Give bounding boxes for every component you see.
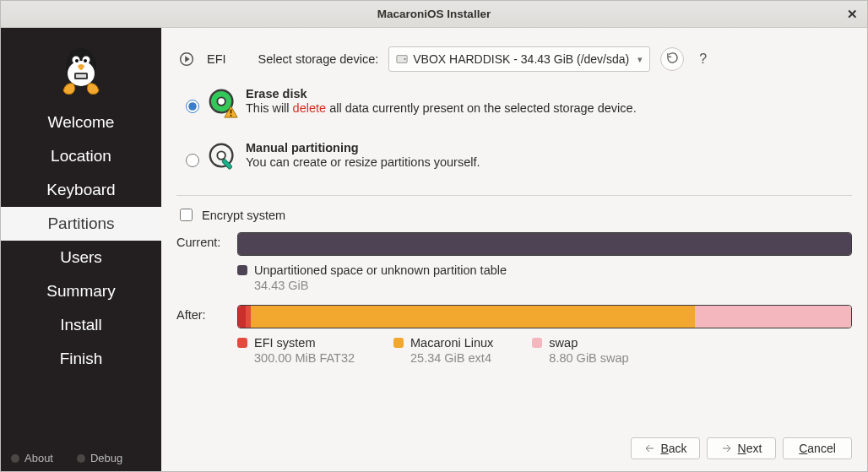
cancel-button[interactable]: Cancel [783,437,852,459]
sidebar-footer: About Debug [1,445,161,471]
sidebar-item-users[interactable]: Users [1,241,161,274]
help-button[interactable]: ? [694,52,712,67]
erase-desc: This will delete all data currently pres… [246,100,852,117]
current-legend: Unpartitioned space or unknown partition… [237,263,852,293]
titlebar: MacaroniOS Installer ✕ [1,1,867,28]
chevron-down-icon: ▾ [634,54,644,65]
sidebar-item-partitions[interactable]: Partitions [1,207,161,241]
partition-preview: Current: Unpartitioned space or unknown … [176,232,852,375]
storage-device-select[interactable]: VBOX HARDDISK - 34.43 GiB (/dev/sda) ▾ [388,46,650,72]
swatch-icon [237,338,247,348]
harddisk-icon [396,53,408,65]
manual-desc: You can create or resize partitions your… [246,155,852,171]
svg-point-13 [217,97,225,106]
sidebar-item-location[interactable]: Location [1,139,161,173]
svg-point-18 [217,151,225,160]
boot-settings-icon[interactable] [176,49,197,69]
swatch-icon [237,265,247,275]
manual-title: Manual partitioning [246,141,852,155]
legend-item: EFI system 300.00 MiB FAT32 [237,335,355,366]
svg-marker-9 [185,56,190,62]
swatch-icon [393,338,404,348]
distro-logo [52,38,111,100]
back-button[interactable]: Back [631,437,700,459]
svg-point-11 [404,58,406,60]
refresh-button[interactable] [660,47,684,71]
svg-point-5 [84,59,87,62]
manual-partition-icon [207,141,246,176]
dot-icon [77,454,85,463]
separator [176,195,852,196]
erase-title: Erase disk [246,87,852,100]
body: Welcome Location Keyboard Partitions Use… [1,28,867,471]
current-label: Current: [176,232,232,256]
debug-link[interactable]: Debug [77,452,122,464]
arrow-left-icon [643,443,655,453]
close-icon: ✕ [847,7,858,22]
sidebar-item-welcome[interactable]: Welcome [1,106,161,139]
legend-item: swap 8.80 GiB swap [532,335,628,366]
svg-rect-7 [76,74,86,78]
after-label: After: [176,305,232,328]
option-manual-partition[interactable]: Manual partitioning You can create or re… [176,141,852,176]
device-text: VBOX HARDDISK - 34.43 GiB (/dev/sda) [413,52,629,66]
svg-point-4 [75,59,79,62]
arrow-right-icon [721,443,733,453]
swatch-icon [532,338,542,348]
window: MacaroniOS Installer ✕ [0,0,868,472]
svg-rect-15 [231,110,232,114]
encrypt-checkbox[interactable] [180,209,193,221]
partitioning-options: Erase disk This will delete all data cur… [176,87,852,176]
wizard-buttons: Back Next Cancel [176,429,852,459]
main: EFI Select storage device: VBOX HARDDISK… [161,28,867,471]
legend-item: Macaroni Linux 25.34 GiB ext4 [393,335,493,366]
svg-rect-16 [231,115,232,117]
about-link[interactable]: About [11,452,53,464]
topbar: EFI Select storage device: VBOX HARDDISK… [176,46,852,72]
sidebar-item-finish[interactable]: Finish [1,342,161,376]
after-legend: EFI system 300.00 MiB FAT32 Macaroni Lin… [237,335,852,366]
refresh-icon [666,52,679,67]
manual-partition-radio[interactable] [186,154,199,167]
after-seg-root [251,306,695,328]
erase-disk-icon [207,87,246,122]
after-bar [237,305,852,328]
sidebar-item-keyboard[interactable]: Keyboard [1,173,161,207]
dot-icon [11,454,19,463]
legend-item: Unpartitioned space or unknown partition… [237,263,507,293]
next-button[interactable]: Next [707,437,776,459]
sidebar: Welcome Location Keyboard Partitions Use… [1,28,161,471]
after-seg-efi-border [238,306,246,328]
encrypt-row: Encrypt system [176,206,852,224]
sidebar-item-install[interactable]: Install [1,308,161,342]
efi-label: EFI [207,52,226,66]
encrypt-label: Encrypt system [202,209,285,222]
current-seg-unpartitioned [238,233,851,255]
sidebar-item-summary[interactable]: Summary [1,274,161,308]
erase-disk-radio[interactable] [186,100,199,113]
after-seg-swap [695,306,851,328]
close-button[interactable]: ✕ [844,6,860,23]
window-title: MacaroniOS Installer [377,8,491,20]
select-device-label: Select storage device: [258,52,379,66]
current-bar [237,232,852,256]
option-erase-disk[interactable]: Erase disk This will delete all data cur… [176,87,852,122]
